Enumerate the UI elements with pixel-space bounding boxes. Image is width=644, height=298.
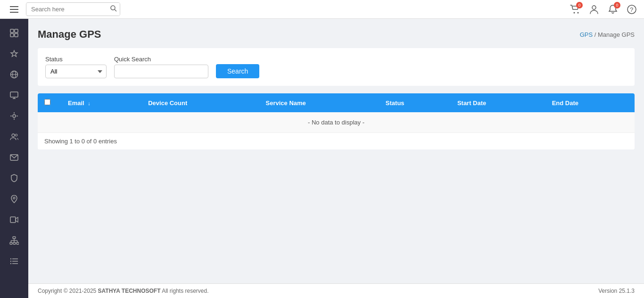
top-header: 0 0 ? <box>0 0 644 19</box>
quick-search-group: Quick Search <box>114 56 208 78</box>
svg-rect-10 <box>10 29 14 33</box>
user-icon-btn[interactable] <box>586 2 602 17</box>
svg-point-5 <box>574 12 575 13</box>
svg-point-25 <box>12 134 15 137</box>
breadcrumb-separator: / <box>594 31 598 38</box>
svg-rect-2 <box>10 12 18 13</box>
svg-line-4 <box>115 9 116 11</box>
sidebar-item-star[interactable] <box>4 44 25 63</box>
menu-icon[interactable] <box>5 6 24 13</box>
quick-search-input[interactable] <box>114 65 208 78</box>
svg-point-6 <box>578 12 579 13</box>
page-header: Manage GPS GPS / Manage GPS <box>38 28 635 41</box>
cart-icon-btn[interactable]: 0 <box>568 2 583 17</box>
col-checkbox <box>38 93 61 112</box>
page-title: Manage GPS <box>38 28 101 41</box>
svg-rect-31 <box>10 242 12 244</box>
svg-rect-33 <box>17 242 19 244</box>
svg-point-20 <box>13 115 16 117</box>
col-email[interactable]: Email ↓ <box>61 93 141 112</box>
svg-rect-17 <box>10 92 18 97</box>
svg-rect-32 <box>13 242 16 244</box>
svg-text:?: ? <box>630 6 633 13</box>
table-container: Email ↓ Device Count Service Name Status… <box>38 93 635 149</box>
svg-point-43 <box>10 261 11 262</box>
col-start-date: Start Date <box>451 93 545 112</box>
header-search-box <box>26 2 120 16</box>
col-service-name: Service Name <box>259 93 379 112</box>
quick-search-label: Quick Search <box>114 56 208 63</box>
svg-rect-11 <box>15 29 18 33</box>
footer-version: Version 25.1.3 <box>598 288 635 294</box>
svg-rect-12 <box>10 33 14 37</box>
footer-copyright-text: Copyright © 2021-2025 <box>38 288 98 294</box>
svg-point-3 <box>111 6 115 10</box>
svg-rect-13 <box>15 33 18 37</box>
sidebar-item-location[interactable] <box>4 190 25 208</box>
sidebar-item-security[interactable] <box>4 169 25 188</box>
filter-area: Status All Active Inactive Quick Search … <box>38 48 635 86</box>
status-label: Status <box>45 56 107 63</box>
sidebar-item-video[interactable] <box>4 210 25 229</box>
header-right: 0 0 ? <box>568 2 639 17</box>
svg-rect-30 <box>13 237 16 239</box>
svg-point-7 <box>592 6 596 9</box>
empty-row: - No data to display - <box>38 112 635 132</box>
col-status: Status <box>379 93 451 112</box>
svg-rect-29 <box>10 217 16 223</box>
col-end-date: End Date <box>545 93 635 112</box>
sidebar-item-dashboard[interactable] <box>4 24 25 42</box>
svg-point-28 <box>13 197 15 199</box>
footer: Copyright © 2021-2025 SATHYA TECHNOSOFT … <box>28 283 644 298</box>
help-icon-btn[interactable]: ? <box>624 2 639 17</box>
breadcrumb-current: Manage GPS <box>598 31 635 38</box>
table-header-row: Email ↓ Device Count Service Name Status… <box>38 93 635 112</box>
svg-point-42 <box>10 258 11 259</box>
svg-rect-1 <box>10 9 18 10</box>
status-select[interactable]: All Active Inactive <box>45 65 107 78</box>
svg-rect-0 <box>10 6 18 7</box>
header-search-button[interactable] <box>107 3 120 16</box>
sidebar <box>0 19 28 298</box>
footer-company: SATHYA TECHNOSOFT <box>98 288 161 294</box>
sidebar-item-mail[interactable] <box>4 148 25 167</box>
breadcrumb-parent[interactable]: GPS <box>580 31 593 38</box>
breadcrumb: GPS / Manage GPS <box>580 31 635 38</box>
sort-icon: ↓ <box>88 100 91 106</box>
select-all-checkbox[interactable] <box>44 99 50 105</box>
notification-badge: 0 <box>614 2 620 8</box>
sidebar-item-globe[interactable] <box>4 65 25 84</box>
col-device-count: Device Count <box>141 93 259 112</box>
sidebar-item-users[interactable] <box>4 127 25 146</box>
footer-rights: All rights reserved. <box>161 288 209 294</box>
cart-badge: 0 <box>576 2 583 8</box>
sidebar-item-list[interactable] <box>4 252 25 271</box>
showing-text: Showing 1 to 0 of 0 entries <box>38 132 635 149</box>
search-button[interactable]: Search <box>216 64 259 78</box>
svg-point-26 <box>15 134 17 136</box>
sidebar-item-gps[interactable] <box>4 107 25 125</box>
notification-icon-btn[interactable]: 0 <box>605 2 620 17</box>
status-filter-group: Status All Active Inactive <box>45 56 107 78</box>
svg-point-44 <box>10 263 11 264</box>
header-search-input[interactable] <box>26 3 107 15</box>
gps-table: Email ↓ Device Count Service Name Status… <box>38 93 635 132</box>
footer-copyright: Copyright © 2021-2025 SATHYA TECHNOSOFT … <box>38 288 209 294</box>
sidebar-item-monitor[interactable] <box>4 86 25 105</box>
main-content: Manage GPS GPS / Manage GPS Status All A… <box>28 19 644 298</box>
col-email-label: Email <box>68 99 84 107</box>
empty-message: - No data to display - <box>38 112 635 132</box>
sidebar-item-network[interactable] <box>4 231 25 250</box>
